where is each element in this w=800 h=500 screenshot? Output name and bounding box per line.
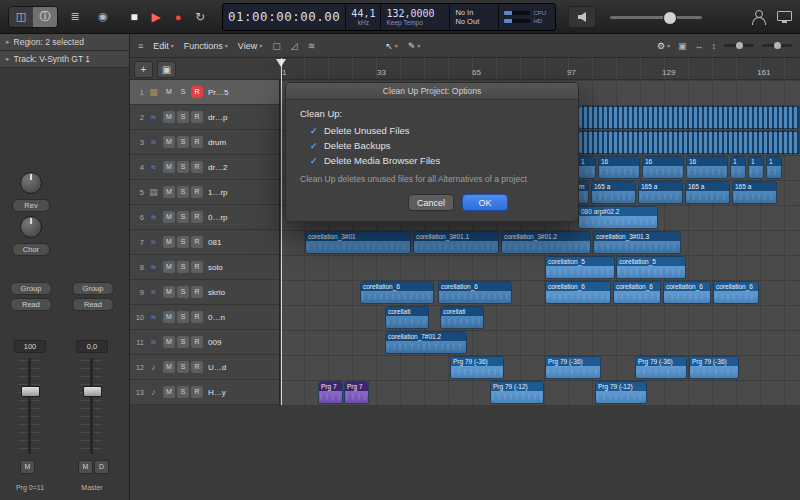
- record-enable-button[interactable]: R: [191, 186, 203, 198]
- cancel-button[interactable]: Cancel: [408, 194, 454, 211]
- region-corellati[interactable]: corellati: [440, 306, 484, 329]
- region-165-a[interactable]: 165 a: [732, 181, 777, 204]
- region-prg-79-36-[interactable]: Prg 79 (-36): [635, 356, 687, 379]
- library-toggle-button[interactable]: ◫: [9, 7, 33, 27]
- snap-menu[interactable]: ⚙ ▾: [657, 41, 670, 51]
- inspector-toggle-button[interactable]: ⓘ: [33, 7, 57, 27]
- region-prg-7[interactable]: Prg 7: [318, 381, 343, 404]
- track-header-10[interactable]: 10≈MSR0…n: [130, 305, 279, 330]
- vertical-zoom-slider[interactable]: [762, 44, 792, 47]
- lcd-display[interactable]: 01:00:00:00.00 44,1 kHz 132,0000 Keep Te…: [222, 3, 556, 31]
- region-prg-79-36-[interactable]: Prg 79 (-36): [450, 356, 504, 379]
- pointer-tool-menu[interactable]: ↖ ▾: [385, 41, 398, 51]
- region-165-a[interactable]: 165 a: [638, 181, 683, 204]
- solo-button[interactable]: S: [177, 86, 189, 98]
- volume-knob[interactable]: [663, 11, 677, 25]
- chorus-knob[interactable]: [20, 216, 42, 238]
- checkbox-delete-media-browser-files[interactable]: ✓ Delete Media Browser Files: [300, 153, 564, 168]
- solo-button[interactable]: S: [177, 311, 189, 323]
- track-header-11[interactable]: 11≈MSR009: [130, 330, 279, 355]
- automation-mode-master[interactable]: Read: [72, 298, 114, 311]
- group-button-channel[interactable]: Group: [10, 282, 52, 295]
- region-corellation-5[interactable]: corellation_5: [545, 256, 615, 279]
- edit-menu[interactable]: Edit ▾: [153, 41, 174, 51]
- region-clip[interactable]: [578, 131, 800, 154]
- bar-ruler[interactable]: 1336597129161: [280, 58, 800, 79]
- record-enable-button[interactable]: R: [191, 111, 203, 123]
- region-165-a[interactable]: 165 a: [591, 181, 636, 204]
- checkbox-delete-backups[interactable]: ✓ Delete Backups: [300, 138, 564, 153]
- region-1[interactable]: 1: [578, 156, 596, 179]
- record-enable-button[interactable]: R: [191, 286, 203, 298]
- mute-button[interactable]: M: [163, 261, 175, 273]
- region-16[interactable]: 16: [642, 156, 684, 179]
- region-corellation-6[interactable]: corellation_6: [545, 281, 611, 304]
- fade-tool-icon[interactable]: ◿: [291, 41, 298, 51]
- record-enable-button[interactable]: R: [191, 386, 203, 398]
- solo-button[interactable]: S: [177, 236, 189, 248]
- solo-button[interactable]: S: [177, 111, 189, 123]
- solo-button[interactable]: S: [177, 336, 189, 348]
- region-1[interactable]: 1: [766, 156, 782, 179]
- horizontal-zoom-slider[interactable]: [724, 44, 754, 47]
- track-header-3[interactable]: 3≈MSRdrum: [130, 130, 279, 155]
- solo-button[interactable]: S: [177, 186, 189, 198]
- dialog-title[interactable]: Clean Up Project: Options: [286, 83, 578, 100]
- record-enable-button[interactable]: R: [191, 236, 203, 248]
- record-enable-button[interactable]: R: [191, 336, 203, 348]
- solo-button[interactable]: S: [177, 361, 189, 373]
- track-header-8[interactable]: 8≈MSRsolo: [130, 255, 279, 280]
- cycle-button[interactable]: ↻: [190, 7, 210, 27]
- master-dim-button[interactable]: D: [94, 460, 109, 474]
- region-165-a[interactable]: 165 a: [685, 181, 730, 204]
- track-header-5[interactable]: 5▤MSR1…rp: [130, 180, 279, 205]
- solo-button[interactable]: S: [177, 386, 189, 398]
- vertical-zoom-icon[interactable]: ↕: [712, 41, 717, 51]
- track-header-13[interactable]: 13♪MSRH…y: [130, 380, 279, 405]
- horizontal-zoom-icon[interactable]: ↔: [695, 41, 704, 51]
- region-1[interactable]: 1: [730, 156, 746, 179]
- channel-fader[interactable]: [16, 358, 42, 454]
- reverb-knob[interactable]: [20, 172, 42, 194]
- secondary-tool-menu[interactable]: ✎ ▾: [408, 41, 421, 51]
- ok-button[interactable]: OK: [462, 194, 508, 211]
- track-header-9[interactable]: 9≈MSRskrio: [130, 280, 279, 305]
- region-prg-7[interactable]: Prg 7: [344, 381, 369, 404]
- region-corellation-3-01[interactable]: corellation_3#01: [305, 231, 411, 254]
- track-header-12[interactable]: 12♪MSRU…d: [130, 355, 279, 380]
- duplicate-track-button[interactable]: ▣: [157, 61, 176, 78]
- master-volume-value[interactable]: 0,0: [76, 340, 108, 353]
- stop-button[interactable]: ■: [124, 7, 144, 27]
- flex-tool-icon[interactable]: ≋: [308, 41, 316, 51]
- view-menu[interactable]: View ▾: [238, 41, 262, 51]
- region-corellation-5[interactable]: corellation_5: [616, 256, 686, 279]
- mute-button[interactable]: M: [163, 236, 175, 248]
- mute-button[interactable]: M: [163, 86, 175, 98]
- record-button[interactable]: ●: [168, 7, 188, 27]
- solo-button[interactable]: S: [177, 261, 189, 273]
- record-enable-button[interactable]: R: [191, 86, 203, 98]
- add-track-button[interactable]: +: [134, 61, 153, 78]
- record-enable-button[interactable]: R: [191, 361, 203, 373]
- region-corellation-6[interactable]: corellation_6: [360, 281, 434, 304]
- play-button[interactable]: ▶: [146, 7, 166, 27]
- mixer-button[interactable]: ≣: [64, 7, 86, 27]
- channel-fader-cap[interactable]: [21, 386, 40, 397]
- display-icon-button[interactable]: [776, 10, 792, 24]
- mute-button[interactable]: M: [163, 336, 175, 348]
- marquee-tool-icon[interactable]: ▢: [272, 41, 281, 51]
- region-clip[interactable]: [578, 106, 800, 129]
- mute-button[interactable]: M: [163, 286, 175, 298]
- channel-mute-button[interactable]: M: [20, 460, 35, 474]
- automation-mode-channel[interactable]: Read: [10, 298, 52, 311]
- track-header-7[interactable]: 7≈MSR081: [130, 230, 279, 255]
- smart-controls-button[interactable]: ◉: [92, 7, 114, 27]
- track-header-4[interactable]: 4≈MSRdr…2: [130, 155, 279, 180]
- region-corellation-7-01-2[interactable]: corellation_7#01.2: [385, 331, 467, 354]
- master-fader[interactable]: [78, 358, 104, 454]
- record-enable-button[interactable]: R: [191, 136, 203, 148]
- mute-button[interactable]: M: [163, 186, 175, 198]
- channel-volume-value[interactable]: 100: [14, 340, 46, 353]
- solo-button[interactable]: S: [177, 286, 189, 298]
- region-prg-79-36-[interactable]: Prg 79 (-36): [545, 356, 601, 379]
